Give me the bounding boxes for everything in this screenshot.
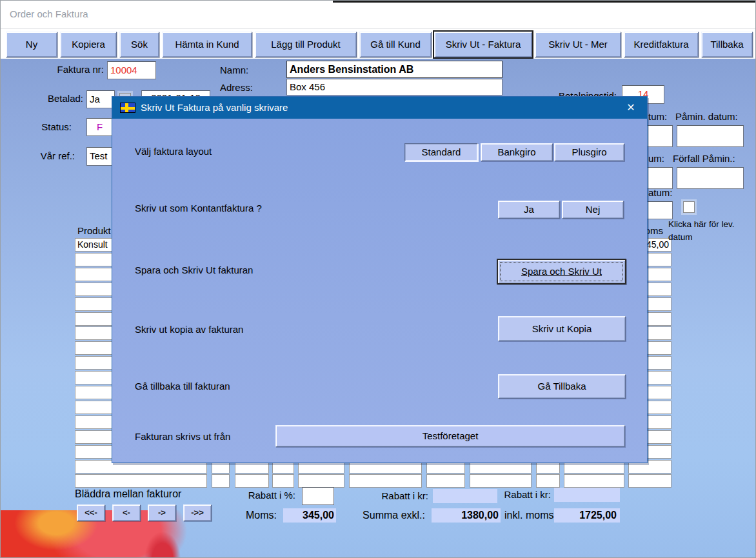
toolbar-button-skriv-ut-faktura[interactable]: Skriv Ut - Faktura [434, 32, 532, 57]
var-ref-label: Vår ref.: [20, 150, 75, 161]
lev-datum-hint: Klicka här för lev. datum [668, 218, 747, 243]
inkl-moms-label: inkl. moms: [504, 510, 557, 521]
bladdra-label: Bläddra mellan fakturor [75, 488, 181, 500]
form-area: Faktura nr: 10004 Namn: Anders Bensinsta… [1, 59, 756, 558]
layout-button-standard[interactable]: Standard [404, 143, 478, 161]
close-icon[interactable]: ✕ [624, 101, 638, 114]
nav-prev-button[interactable]: <- [112, 504, 141, 521]
status-label: Status: [20, 121, 72, 132]
toolbar-button-ny[interactable]: Ny [6, 32, 57, 57]
skriv-ut-kopia-button[interactable]: Skriv ut Kopia [498, 316, 626, 341]
tillbaka-label: Gå tillbaka till fakturan [135, 381, 230, 392]
dialog-title: Skriv Ut Faktura på vanlig skrivare [141, 102, 288, 113]
layout-label: Välj faktura layout [135, 146, 212, 157]
window-titlebar: Order och Faktura [1, 1, 755, 29]
toolbar-button-kopiera[interactable]: Kopiera [60, 32, 117, 57]
rabatt-kr-label-1: Rabatt i kr: [373, 490, 428, 501]
spara-label: Spara och Skriv Ut fakturan [135, 264, 253, 275]
grid-cell[interactable] [349, 474, 422, 488]
rabatt-kr-field-2[interactable] [554, 488, 620, 502]
grid-cell[interactable] [564, 474, 624, 488]
dialog-titlebar[interactable]: Skriv Ut Faktura på vanlig skrivare ✕ [112, 97, 647, 119]
grid-cell[interactable] [470, 474, 532, 488]
window-title: Order och Faktura [10, 8, 88, 19]
skrivs-ut-label: Fakturan skrivs ut från [135, 431, 230, 442]
adress-label: Adress: [220, 82, 253, 93]
rabatt-kr-field-1[interactable] [433, 489, 497, 503]
print-dialog: Skriv Ut Faktura på vanlig skrivare ✕ Vä… [112, 96, 648, 463]
kopia-label: Skriv ut kopia av fakturan [135, 324, 243, 335]
faktura-nr-label: Faktura nr: [26, 64, 104, 75]
forfall-pamin-label: Förfall Påmin.: [673, 153, 735, 164]
layout-button-bankgiro[interactable]: Bankgiro [481, 143, 553, 161]
forfall-datum-label-clipped: tum: [648, 111, 667, 122]
moms-label: Moms: [226, 510, 277, 521]
toolbar-button-tillbaka[interactable]: Tillbaka [701, 32, 753, 57]
grid-cell[interactable] [426, 474, 465, 488]
grid-cell[interactable] [212, 474, 230, 488]
grid-cell[interactable] [628, 474, 671, 488]
company-button[interactable]: Testföretaget [275, 425, 625, 447]
pamin-datum-input[interactable] [677, 125, 744, 147]
swedish-flag-icon [120, 103, 135, 113]
grid-header-produkt: Produkt [77, 225, 111, 236]
kontant-nej-button[interactable]: Nej [562, 201, 624, 219]
summa-exkl-label: Summa exkl.: [361, 510, 425, 521]
rabatt-pct-label: Rabatt i %: [226, 490, 295, 501]
forfall-pamin-input[interactable] [677, 167, 744, 189]
nav-last-button[interactable]: ->> [183, 504, 212, 521]
rabatt-pct-input[interactable] [302, 487, 334, 505]
betalad-label: Betalad: [32, 93, 83, 104]
toolbar-button-lägg-till-produkt[interactable]: Lägg till Produkt [255, 32, 357, 57]
kontant-ja-button[interactable]: Ja [498, 201, 560, 219]
ga-tillbaka-button[interactable]: Gå Tillbaka [498, 374, 626, 399]
pamin-datum-label: Påmin. datum: [675, 111, 738, 122]
lev-datum-label-clipped: atum: [648, 187, 673, 198]
toolbar-button-gå-till-kund[interactable]: Gå till Kund [359, 32, 432, 57]
grid-cell[interactable] [536, 474, 560, 488]
background-window-edge [333, 1, 756, 3]
datum-label-clipped-2: um: [648, 153, 664, 164]
layout-button-plusgiro[interactable]: Plusgiro [554, 143, 624, 161]
namn-label: Namn: [220, 65, 248, 75]
adress-input[interactable]: Box 456 [286, 79, 502, 95]
toolbar-button-sök[interactable]: Sök [119, 32, 159, 57]
toolbar-button-hämta-in-kund[interactable]: Hämta in Kund [162, 32, 252, 57]
betalad-input[interactable]: Ja [86, 90, 115, 108]
grid-cell[interactable] [272, 474, 294, 488]
spara-och-skriv-ut-button[interactable]: Spara och Skriv Ut [497, 259, 626, 284]
moms-total-field: 345,00 [283, 508, 336, 523]
lev-datum-checkbox[interactable] [683, 201, 695, 213]
nav-first-button[interactable]: <<- [77, 504, 105, 521]
inkl-moms-field: 1725,00 [554, 508, 620, 523]
rabatt-kr-label-2: Rabatt i kr: [499, 489, 551, 500]
app-window: Order och Faktura NyKopieraSökHämta in K… [0, 0, 756, 558]
namn-input[interactable]: Anders Bensinstation AB [286, 61, 502, 78]
summa-exkl-field: 1380,00 [432, 508, 501, 523]
toolbar: NyKopieraSökHämta in KundLägg till Produ… [1, 29, 755, 59]
grid-cell[interactable] [298, 474, 344, 488]
grid-cell[interactable] [75, 474, 207, 488]
toolbar-button-skriv-ut-mer[interactable]: Skriv Ut - Mer [535, 32, 621, 57]
faktura-nr-input[interactable]: 10004 [107, 61, 156, 79]
toolbar-button-kreditfaktura[interactable]: Kreditfaktura [624, 32, 699, 57]
nav-next-button[interactable]: -> [148, 504, 176, 521]
grid-cell[interactable] [235, 474, 269, 488]
kontant-label: Skriv ut som Kontantfaktura ? [135, 203, 262, 214]
